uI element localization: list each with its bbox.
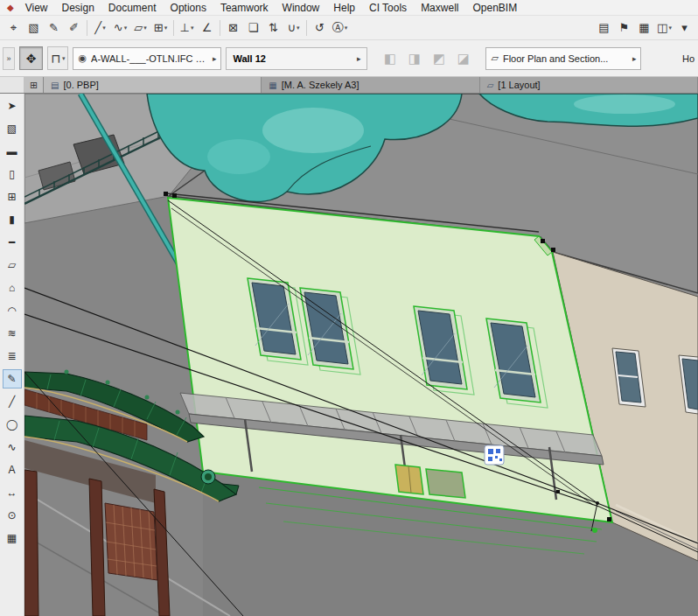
pen-set-button[interactable]: ▱▾: [130, 18, 150, 38]
door-tool-button[interactable]: ▯: [3, 164, 22, 184]
menu-view[interactable]: View: [18, 1, 55, 15]
railing-tool-icon: ≣: [7, 351, 16, 361]
chair-icon: ⊓: [51, 52, 60, 66]
toolbar-left-group: ⌖▧✎✐╱▾∿▾▱▾⊞▾⊥▾∠⊠❏⇅∪▾↺Ⓐ▾: [3, 18, 350, 38]
menu-help[interactable]: Help: [326, 1, 362, 15]
menu-options[interactable]: Options: [164, 1, 213, 15]
text-tool-icon: A: [8, 465, 15, 475]
view-combo[interactable]: ▱ Floor Plan and Section... ▸: [485, 47, 641, 70]
layout-book-button[interactable]: ▦: [634, 18, 654, 38]
spline-tool-button[interactable]: ∿: [3, 438, 22, 457]
tab-icon: ▤: [51, 80, 59, 90]
slab-tool-button[interactable]: ▱: [3, 256, 22, 275]
tab-icon: ▱: [487, 80, 494, 90]
tab-organizer-button[interactable]: ⊞: [24, 77, 44, 93]
more-tools-button[interactable]: ▾: [674, 18, 695, 38]
axo-view-button-2[interactable]: ◨: [403, 47, 425, 69]
stair-tool-button[interactable]: ≋: [3, 324, 22, 343]
snap-angle-button[interactable]: ∠: [197, 18, 217, 38]
marquee-select-button[interactable]: ⌖: [3, 18, 24, 38]
view-tab-1[interactable]: ▤[0. PBP]: [44, 77, 262, 93]
zone-tool-button[interactable]: ▦: [3, 528, 22, 548]
info-box-toolbar: » ✥ ⊓ ▾ ◉ A-WALL-___-OTLN.IFC Imp... ▸ W…: [0, 40, 698, 77]
shell-tool-button[interactable]: ◠: [3, 301, 22, 320]
arrow-tool-icon: ➤: [7, 101, 16, 111]
axo-view-button-3[interactable]: ◩: [428, 47, 450, 69]
mark-up-flag-button[interactable]: ⚑: [614, 18, 634, 38]
view-tab-2[interactable]: ▦[M. A. Szekely A3]: [262, 77, 479, 93]
chevron-down-icon: ▾: [62, 55, 66, 62]
menu-ci-tools[interactable]: CI Tools: [362, 1, 414, 15]
panels-button[interactable]: ▤: [594, 18, 614, 38]
favorites-button[interactable]: ⊓ ▾: [47, 46, 68, 70]
line-tool-button[interactable]: ╱: [3, 392, 22, 411]
dimension-tool-button[interactable]: ↔: [3, 483, 22, 502]
text-tool-button[interactable]: A: [3, 460, 22, 480]
pencil-tool-button[interactable]: ✎: [3, 369, 22, 388]
wall-tool-button[interactable]: ▬: [3, 142, 22, 161]
pen-set-icon: ▱: [134, 22, 143, 33]
hotspot-tool-button[interactable]: ⊙: [3, 506, 22, 525]
beam-tool-button[interactable]: ━: [3, 233, 22, 252]
circle-tool-icon: ◯: [6, 419, 17, 430]
menu-teamwork[interactable]: Teamwork: [213, 1, 276, 15]
standard-toolbar: ⌖▧✎✐╱▾∿▾▱▾⊞▾⊥▾∠⊠❏⇅∪▾↺Ⓐ▾ ▤⚑▦◫▾▾: [0, 16, 698, 40]
rotate-button[interactable]: ↺: [310, 18, 330, 38]
marquee-button[interactable]: ▧: [24, 18, 44, 38]
chevron-right-icon: ▸: [357, 54, 361, 63]
menu-design[interactable]: Design: [55, 1, 101, 15]
chevron-down-icon: ▾: [345, 24, 348, 32]
axo-view-button-1[interactable]: ◧: [379, 47, 401, 69]
wall-door[interactable]: [395, 465, 423, 494]
chevron-down-icon: ▾: [191, 24, 194, 32]
group-icon: ❏: [248, 22, 259, 33]
arrange-order-button[interactable]: ⇅: [263, 18, 283, 38]
pen-weight-button[interactable]: ∿▾: [110, 18, 130, 38]
suspend-groups-icon: ⊠: [228, 22, 238, 33]
marquee-tool-button[interactable]: ▧: [3, 119, 22, 138]
menu-document[interactable]: Document: [101, 1, 164, 15]
pick-up-parameters-icon: ✎: [49, 22, 59, 33]
3d-window-icon: ◫: [657, 22, 667, 33]
grab-hand-button[interactable]: ✥: [19, 46, 43, 70]
snap-grid-button[interactable]: ⊞▾: [150, 18, 171, 38]
shell-tool-icon: ◠: [7, 305, 16, 316]
more-tools-icon: ▾: [681, 22, 688, 33]
menu-openbim[interactable]: OpenBIM: [465, 1, 524, 15]
inject-parameters-button[interactable]: ✐: [64, 18, 84, 38]
pick-up-parameters-button[interactable]: ✎: [44, 18, 64, 38]
main-area: ➤▧▬▯⊞▮━▱⌂◠≋≣✎╱◯∿A↔⊙▦: [0, 94, 698, 616]
roof-tool-button[interactable]: ⌂: [3, 278, 22, 298]
arrow-tool-button[interactable]: ➤: [3, 96, 22, 116]
group-button[interactable]: ❏: [243, 18, 263, 38]
line-type-button[interactable]: ╱▾: [90, 18, 110, 38]
viewport-3d[interactable]: [24, 94, 698, 616]
window-tool-button[interactable]: ⊞: [3, 187, 22, 206]
wall-window-lower[interactable]: [426, 469, 465, 498]
axo-view-button-4[interactable]: ◪: [452, 47, 474, 69]
guide-lines-button[interactable]: ⊥▾: [177, 18, 197, 38]
circle-tool-button[interactable]: ◯: [3, 415, 22, 434]
marquee-icon: ▧: [28, 22, 38, 33]
hotlink-marker-icon[interactable]: [485, 445, 504, 465]
chevron-down-icon: ▾: [124, 24, 128, 32]
menu-window[interactable]: Window: [276, 1, 327, 15]
tab-bar: ⊞ ▤[0. PBP]▦[M. A. Szekely A3]▱[1 Layout…: [0, 77, 698, 94]
stair-tool-icon: ≋: [7, 328, 16, 339]
suspend-groups-button[interactable]: ⊠: [223, 18, 243, 38]
line-tool-icon: ╱: [9, 396, 15, 407]
column-tool-button[interactable]: ▮: [3, 210, 22, 229]
3d-window-button[interactable]: ◫▾: [654, 18, 674, 38]
wall-tool-icon: ▬: [7, 146, 17, 157]
layer-combo[interactable]: ◉ A-WALL-___-OTLN.IFC Imp... ▸: [73, 47, 221, 70]
gravity-button[interactable]: ∪▾: [283, 18, 304, 38]
view-tab-3[interactable]: ▱[1 Layout]: [480, 77, 698, 93]
toolbar-overflow-button[interactable]: »: [3, 47, 15, 70]
element-info-box[interactable]: Wall 12 ▸: [226, 47, 367, 70]
dimension-style-button[interactable]: Ⓐ▾: [330, 18, 350, 38]
mark-up-flag-icon: ⚑: [619, 22, 630, 33]
column-tool-icon: ▮: [9, 214, 15, 225]
menu-maxwell[interactable]: Maxwell: [414, 1, 465, 15]
marquee-tool-icon: ▧: [7, 123, 17, 134]
railing-tool-button[interactable]: ≣: [3, 346, 22, 366]
